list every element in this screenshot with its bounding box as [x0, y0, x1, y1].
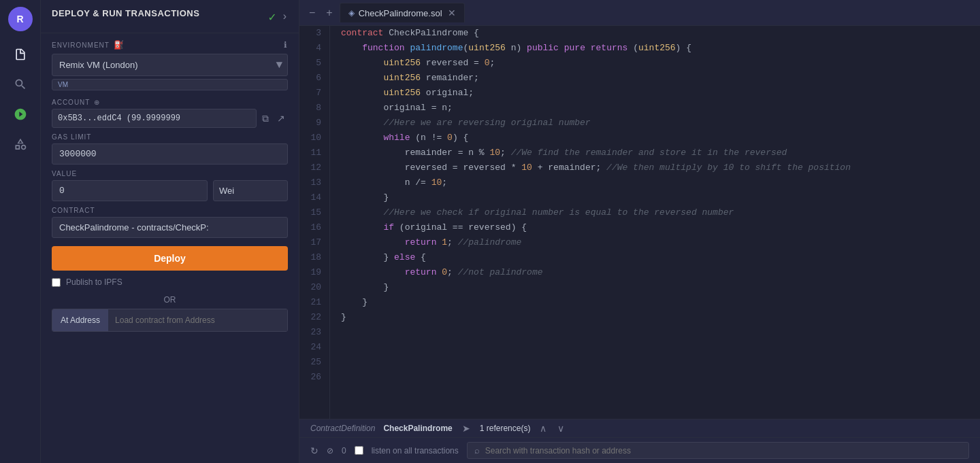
value-label: VALUE — [52, 165, 288, 180]
contract-def-label: ContractDefinition — [310, 424, 375, 433]
account-label: ACCOUNT ⊕ — [52, 93, 288, 109]
remix-logo[interactable]: R — [8, 7, 33, 31]
value-section: VALUE Wei Gwei Finney Ether — [41, 165, 299, 201]
reload-icon[interactable]: ↻ — [310, 445, 318, 456]
contract-select[interactable]: CheckPalindrome - contracts/CheckP: — [52, 217, 288, 238]
tab-checkpalindrome[interactable]: ◈ CheckPalindrome.sol ✕ — [340, 3, 465, 22]
tab-filename: CheckPalindrome.sol — [359, 8, 442, 18]
contract-def-name: CheckPalindrome — [383, 424, 452, 433]
header-actions: ✓ › — [269, 10, 288, 24]
listen-checkbox[interactable] — [355, 446, 363, 455]
no-listen-icon: ⊘ — [327, 446, 333, 456]
account-external-link-btn[interactable]: ↗ — [274, 110, 288, 126]
environment-help-icon[interactable]: ℹ — [284, 40, 288, 50]
code-editor[interactable]: contract CheckPalindrome { function pali… — [330, 26, 980, 419]
listen-count: 0 — [342, 446, 346, 456]
account-plus-icon[interactable]: ⊕ — [94, 99, 100, 106]
tab-file-icon: ◈ — [348, 8, 355, 18]
deploy-panel-header: DEPLOY & RUN TRANSACTIONS ✓ › — [41, 0, 299, 33]
zoom-in-btn[interactable]: + — [322, 4, 336, 22]
chevron-right-icon[interactable]: › — [281, 11, 288, 23]
zoom-out-btn[interactable]: − — [305, 4, 319, 22]
value-row: Wei Gwei Finney Ether — [52, 180, 288, 201]
contract-label: CONTRACT — [52, 201, 288, 217]
editor-status-bar: ContractDefinition CheckPalindrome ➤ 1 r… — [299, 419, 980, 437]
ipfs-label: Publish to IPFS — [66, 277, 122, 287]
code-container[interactable]: 3 4 5 6 7 8 9 10 11 12 13 14 15 16 17 18… — [299, 26, 980, 419]
sidebar-icon-plugin[interactable] — [8, 102, 33, 126]
account-select[interactable]: 0x5B3...eddC4 (99.9999999 — [52, 109, 257, 128]
line-numbers: 3 4 5 6 7 8 9 10 11 12 13 14 15 16 17 18… — [299, 26, 330, 419]
references-count: 1 reference(s) — [480, 424, 531, 433]
or-divider: OR — [41, 291, 299, 309]
sidebar: R — [0, 0, 41, 463]
deploy-title: DEPLOY & RUN TRANSACTIONS — [52, 8, 199, 18]
transaction-search-bar[interactable]: ⌕ — [467, 442, 969, 459]
environment-info-icon[interactable]: ⛽ — [114, 40, 125, 50]
at-address-button[interactable]: At Address — [52, 309, 108, 331]
next-reference-btn[interactable]: ∨ — [556, 423, 566, 434]
deploy-panel: DEPLOY & RUN TRANSACTIONS ✓ › ENVIRONMEN… — [41, 0, 299, 463]
account-section: ACCOUNT ⊕ 0x5B3...eddC4 (99.9999999 ⧉ ↗ — [41, 93, 299, 128]
at-address-row: At Address — [52, 309, 288, 332]
ipfs-checkbox[interactable] — [52, 278, 61, 287]
gas-limit-label: GAS LIMIT — [52, 128, 288, 143]
editor-tabs: − + ◈ CheckPalindrome.sol ✕ — [299, 0, 980, 26]
jump-to-definition-btn[interactable]: ➤ — [461, 423, 472, 434]
sidebar-icon-files[interactable] — [8, 42, 33, 67]
value-input[interactable] — [52, 180, 208, 201]
account-input-wrapper: 0x5B3...eddC4 (99.9999999 ⧉ ↗ — [52, 109, 288, 128]
transaction-search-input[interactable] — [485, 446, 962, 456]
tab-close-icon[interactable]: ✕ — [448, 7, 456, 18]
editor-bottom-bar: ↻ ⊘ 0 listen on all transactions ⌕ — [299, 437, 980, 463]
environment-select-wrapper: Remix VM (London) ▼ — [52, 54, 288, 76]
account-copy-btn[interactable]: ⧉ — [259, 110, 272, 127]
sidebar-icon-search[interactable] — [8, 72, 33, 97]
gas-limit-input[interactable] — [52, 143, 288, 165]
deploy-button[interactable]: Deploy — [52, 246, 288, 271]
at-address-input[interactable] — [108, 309, 287, 331]
gas-section: GAS LIMIT — [41, 128, 299, 165]
environment-label: ENVIRONMENT ⛽ ℹ — [41, 33, 299, 52]
contract-section: CONTRACT CheckPalindrome - contracts/Che… — [41, 201, 299, 238]
transaction-search-icon: ⌕ — [474, 445, 480, 456]
vm-badge: VM — [52, 79, 288, 90]
listen-label: listen on all transactions — [372, 446, 459, 456]
environment-select[interactable]: Remix VM (London) — [52, 54, 288, 76]
sidebar-icon-deploy[interactable] — [8, 132, 33, 156]
checkmark-icon: ✓ — [269, 10, 276, 24]
editor-area: − + ◈ CheckPalindrome.sol ✕ 3 4 5 6 7 8 … — [299, 0, 980, 463]
ipfs-row: Publish to IPFS — [41, 273, 299, 291]
value-unit-select[interactable]: Wei Gwei Finney Ether — [213, 180, 288, 201]
prev-reference-btn[interactable]: ∧ — [538, 423, 548, 434]
